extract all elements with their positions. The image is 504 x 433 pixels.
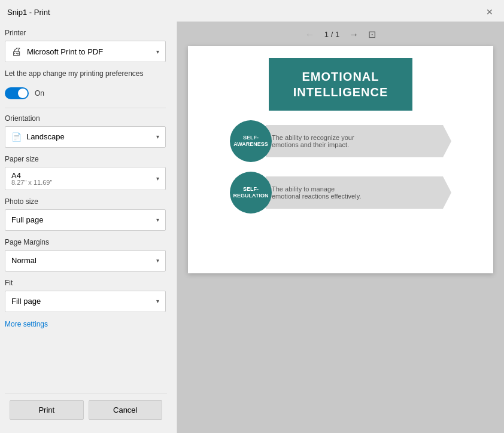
paper-size-dropdown[interactable]: A4 8.27" x 11.69" ▾ [5,167,166,190]
page-margins-content: Normal [11,256,156,265]
ei-arrow-1: The ability to recognize youremotions an… [266,125,451,157]
page-info: 1 / 1 [324,30,339,39]
ei-row2-text: The ability to manageemotional reactions… [272,185,361,200]
ei-title-line1: EMOTIONAL [287,69,394,84]
ei-circle-1: SELF-AWARENESS [230,120,272,162]
orientation-label: Orientation [5,114,166,123]
toggle-on-label: On [35,89,44,97]
left-panel: Printer 🖨 Microsoft Print to PDF ▾ Let t… [0,22,177,433]
printer-chevron-icon: ▾ [156,48,159,55]
printer-icon: 🖨 [11,45,22,58]
photo-size-dropdown[interactable]: Full page ▾ [5,209,166,231]
ei-arrow-2: The ability to manageemotional reactions… [266,176,451,209]
more-settings-link[interactable]: More settings [5,316,48,332]
page-margins-value: Normal [11,256,37,265]
dialog-body: Printer 🖨 Microsoft Print to PDF ▾ Let t… [0,22,504,433]
ei-title: EMOTIONAL INTELLIGENCE [269,58,412,111]
ei-title-line2: INTELLIGENCE [287,84,394,100]
paper-size-label: Paper size [5,155,166,163]
divider-1 [5,108,166,108]
prev-page-button[interactable]: ← [305,29,315,40]
ei-circle-2: SELF-REGULATION [230,172,272,214]
fit-page-icon[interactable]: ⊡ [368,29,376,40]
orientation-chevron-icon: ▾ [156,133,159,140]
toggle-state-row: On [5,87,166,99]
fit-chevron-icon: ▾ [156,298,159,304]
fit-label: Fit [5,279,166,287]
right-panel: ← 1 / 1 → ⊡ EMOTIONAL INTELLIGENCE SELF-… [177,22,504,433]
fit-content: Fill page [11,297,156,306]
photo-size-value: Full page [11,215,43,224]
paper-size-chevron-icon: ▾ [156,175,159,182]
preview-area: EMOTIONAL INTELLIGENCE SELF-AWARENESS Th… [188,46,493,273]
ei-row-1: SELF-AWARENESS The ability to recognize … [230,120,451,162]
photo-size-content: Full page [11,215,156,224]
photo-size-chevron-icon: ▾ [156,216,159,223]
orientation-value: Landscape [26,132,65,141]
title-bar: Snip1 - Print ✕ [0,0,504,22]
cancel-button[interactable]: Cancel [89,400,163,420]
page-margins-chevron-icon: ▾ [156,257,159,264]
paper-size-content: A4 8.27" x 11.69" [11,171,52,186]
nav-bar: ← 1 / 1 → ⊡ [305,22,376,46]
window-title: Snip1 - Print [7,8,50,17]
printer-label: Printer [5,29,166,37]
landscape-icon: 📄 [11,132,22,142]
next-page-button[interactable]: → [349,29,359,40]
printer-value: Microsoft Print to PDF [27,47,103,56]
bottom-buttons: Print Cancel [5,394,167,426]
fit-dropdown[interactable]: Fill page ▾ [5,291,166,312]
print-dialog: Snip1 - Print ✕ Printer 🖨 Microsoft Prin… [0,0,504,433]
paper-size-dims: 8.27" x 11.69" [11,179,52,186]
orientation-dropdown[interactable]: 📄 Landscape ▾ [5,126,166,148]
fit-value: Fill page [11,297,41,306]
ei-row1-text: The ability to recognize youremotions an… [272,134,354,148]
page-margins-label: Page Margins [5,238,166,246]
toggle-row: Let the app change my printing preferenc… [5,69,166,79]
printer-dropdown-content: 🖨 Microsoft Print to PDF [11,45,156,58]
orientation-content: 📄 Landscape [11,132,156,142]
print-button[interactable]: Print [10,400,84,420]
page-margins-dropdown[interactable]: Normal ▾ [5,250,166,272]
left-panel-scroll: Printer 🖨 Microsoft Print to PDF ▾ Let t… [5,26,167,394]
photo-size-label: Photo size [5,197,166,206]
toggle-switch[interactable] [5,87,29,99]
printer-dropdown[interactable]: 🖨 Microsoft Print to PDF ▾ [5,41,166,62]
ei-row-2: SELF-REGULATION The ability to manageemo… [230,172,451,214]
close-button[interactable]: ✕ [482,5,497,19]
toggle-label: Let the app change my printing preferenc… [5,69,143,79]
